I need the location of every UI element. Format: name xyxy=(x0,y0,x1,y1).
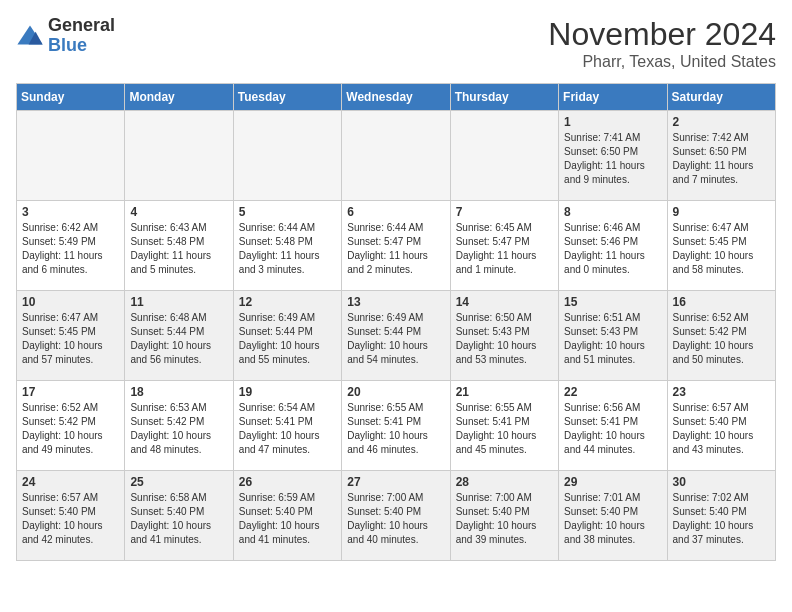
day-info: Sunrise: 7:42 AMSunset: 6:50 PMDaylight:… xyxy=(673,131,770,187)
calendar-cell: 14Sunrise: 6:50 AMSunset: 5:43 PMDayligh… xyxy=(450,291,558,381)
day-number: 2 xyxy=(673,115,770,129)
calendar-cell: 22Sunrise: 6:56 AMSunset: 5:41 PMDayligh… xyxy=(559,381,667,471)
calendar-cell: 9Sunrise: 6:47 AMSunset: 5:45 PMDaylight… xyxy=(667,201,775,291)
calendar-week-row: 17Sunrise: 6:52 AMSunset: 5:42 PMDayligh… xyxy=(17,381,776,471)
day-number: 16 xyxy=(673,295,770,309)
calendar-cell xyxy=(17,111,125,201)
day-number: 4 xyxy=(130,205,227,219)
day-info: Sunrise: 6:48 AMSunset: 5:44 PMDaylight:… xyxy=(130,311,227,367)
day-number: 23 xyxy=(673,385,770,399)
day-number: 10 xyxy=(22,295,119,309)
day-number: 5 xyxy=(239,205,336,219)
day-info: Sunrise: 6:43 AMSunset: 5:48 PMDaylight:… xyxy=(130,221,227,277)
day-number: 24 xyxy=(22,475,119,489)
day-info: Sunrise: 6:44 AMSunset: 5:48 PMDaylight:… xyxy=(239,221,336,277)
day-number: 13 xyxy=(347,295,444,309)
calendar-cell: 11Sunrise: 6:48 AMSunset: 5:44 PMDayligh… xyxy=(125,291,233,381)
calendar-cell: 29Sunrise: 7:01 AMSunset: 5:40 PMDayligh… xyxy=(559,471,667,561)
day-info: Sunrise: 6:49 AMSunset: 5:44 PMDaylight:… xyxy=(239,311,336,367)
calendar-week-row: 24Sunrise: 6:57 AMSunset: 5:40 PMDayligh… xyxy=(17,471,776,561)
calendar-cell: 6Sunrise: 6:44 AMSunset: 5:47 PMDaylight… xyxy=(342,201,450,291)
logo-general: General xyxy=(48,15,115,35)
day-number: 12 xyxy=(239,295,336,309)
day-number: 28 xyxy=(456,475,553,489)
day-info: Sunrise: 7:00 AMSunset: 5:40 PMDaylight:… xyxy=(347,491,444,547)
calendar-header-saturday: Saturday xyxy=(667,84,775,111)
calendar-header-monday: Monday xyxy=(125,84,233,111)
calendar-week-row: 10Sunrise: 6:47 AMSunset: 5:45 PMDayligh… xyxy=(17,291,776,381)
day-info: Sunrise: 6:46 AMSunset: 5:46 PMDaylight:… xyxy=(564,221,661,277)
day-number: 26 xyxy=(239,475,336,489)
calendar-header-sunday: Sunday xyxy=(17,84,125,111)
calendar-cell xyxy=(342,111,450,201)
day-info: Sunrise: 6:54 AMSunset: 5:41 PMDaylight:… xyxy=(239,401,336,457)
calendar-week-row: 3Sunrise: 6:42 AMSunset: 5:49 PMDaylight… xyxy=(17,201,776,291)
day-info: Sunrise: 6:45 AMSunset: 5:47 PMDaylight:… xyxy=(456,221,553,277)
day-number: 22 xyxy=(564,385,661,399)
day-info: Sunrise: 6:52 AMSunset: 5:42 PMDaylight:… xyxy=(673,311,770,367)
calendar-cell xyxy=(233,111,341,201)
calendar-table: SundayMondayTuesdayWednesdayThursdayFrid… xyxy=(16,83,776,561)
calendar-header-row: SundayMondayTuesdayWednesdayThursdayFrid… xyxy=(17,84,776,111)
calendar-cell: 18Sunrise: 6:53 AMSunset: 5:42 PMDayligh… xyxy=(125,381,233,471)
day-number: 8 xyxy=(564,205,661,219)
day-number: 1 xyxy=(564,115,661,129)
calendar-cell: 27Sunrise: 7:00 AMSunset: 5:40 PMDayligh… xyxy=(342,471,450,561)
calendar-cell: 25Sunrise: 6:58 AMSunset: 5:40 PMDayligh… xyxy=(125,471,233,561)
day-info: Sunrise: 7:41 AMSunset: 6:50 PMDaylight:… xyxy=(564,131,661,187)
day-number: 18 xyxy=(130,385,227,399)
day-number: 11 xyxy=(130,295,227,309)
title-area: November 2024 Pharr, Texas, United State… xyxy=(548,16,776,71)
day-number: 17 xyxy=(22,385,119,399)
calendar-cell xyxy=(125,111,233,201)
day-info: Sunrise: 6:57 AMSunset: 5:40 PMDaylight:… xyxy=(22,491,119,547)
day-number: 29 xyxy=(564,475,661,489)
logo-text: General Blue xyxy=(48,16,115,56)
calendar-cell: 13Sunrise: 6:49 AMSunset: 5:44 PMDayligh… xyxy=(342,291,450,381)
day-info: Sunrise: 6:56 AMSunset: 5:41 PMDaylight:… xyxy=(564,401,661,457)
calendar-cell: 28Sunrise: 7:00 AMSunset: 5:40 PMDayligh… xyxy=(450,471,558,561)
calendar-cell: 3Sunrise: 6:42 AMSunset: 5:49 PMDaylight… xyxy=(17,201,125,291)
day-info: Sunrise: 6:55 AMSunset: 5:41 PMDaylight:… xyxy=(347,401,444,457)
header: General Blue November 2024 Pharr, Texas,… xyxy=(16,16,776,71)
logo-blue: Blue xyxy=(48,35,87,55)
calendar-cell: 24Sunrise: 6:57 AMSunset: 5:40 PMDayligh… xyxy=(17,471,125,561)
day-info: Sunrise: 6:53 AMSunset: 5:42 PMDaylight:… xyxy=(130,401,227,457)
calendar-cell: 26Sunrise: 6:59 AMSunset: 5:40 PMDayligh… xyxy=(233,471,341,561)
calendar-cell: 8Sunrise: 6:46 AMSunset: 5:46 PMDaylight… xyxy=(559,201,667,291)
day-number: 25 xyxy=(130,475,227,489)
day-number: 30 xyxy=(673,475,770,489)
calendar-header-tuesday: Tuesday xyxy=(233,84,341,111)
day-info: Sunrise: 6:50 AMSunset: 5:43 PMDaylight:… xyxy=(456,311,553,367)
calendar-cell: 5Sunrise: 6:44 AMSunset: 5:48 PMDaylight… xyxy=(233,201,341,291)
day-number: 3 xyxy=(22,205,119,219)
day-number: 21 xyxy=(456,385,553,399)
day-number: 20 xyxy=(347,385,444,399)
day-info: Sunrise: 6:52 AMSunset: 5:42 PMDaylight:… xyxy=(22,401,119,457)
day-info: Sunrise: 6:55 AMSunset: 5:41 PMDaylight:… xyxy=(456,401,553,457)
calendar-week-row: 1Sunrise: 7:41 AMSunset: 6:50 PMDaylight… xyxy=(17,111,776,201)
calendar-cell: 15Sunrise: 6:51 AMSunset: 5:43 PMDayligh… xyxy=(559,291,667,381)
calendar-cell: 1Sunrise: 7:41 AMSunset: 6:50 PMDaylight… xyxy=(559,111,667,201)
day-info: Sunrise: 7:00 AMSunset: 5:40 PMDaylight:… xyxy=(456,491,553,547)
day-number: 6 xyxy=(347,205,444,219)
calendar-cell: 2Sunrise: 7:42 AMSunset: 6:50 PMDaylight… xyxy=(667,111,775,201)
day-info: Sunrise: 6:44 AMSunset: 5:47 PMDaylight:… xyxy=(347,221,444,277)
day-number: 14 xyxy=(456,295,553,309)
calendar-cell: 21Sunrise: 6:55 AMSunset: 5:41 PMDayligh… xyxy=(450,381,558,471)
calendar-cell: 23Sunrise: 6:57 AMSunset: 5:40 PMDayligh… xyxy=(667,381,775,471)
day-number: 27 xyxy=(347,475,444,489)
calendar-header-wednesday: Wednesday xyxy=(342,84,450,111)
day-info: Sunrise: 7:02 AMSunset: 5:40 PMDaylight:… xyxy=(673,491,770,547)
calendar-cell: 7Sunrise: 6:45 AMSunset: 5:47 PMDaylight… xyxy=(450,201,558,291)
logo: General Blue xyxy=(16,16,115,56)
calendar-header-friday: Friday xyxy=(559,84,667,111)
calendar-cell: 10Sunrise: 6:47 AMSunset: 5:45 PMDayligh… xyxy=(17,291,125,381)
day-info: Sunrise: 7:01 AMSunset: 5:40 PMDaylight:… xyxy=(564,491,661,547)
day-info: Sunrise: 6:49 AMSunset: 5:44 PMDaylight:… xyxy=(347,311,444,367)
calendar-cell: 16Sunrise: 6:52 AMSunset: 5:42 PMDayligh… xyxy=(667,291,775,381)
calendar-cell: 20Sunrise: 6:55 AMSunset: 5:41 PMDayligh… xyxy=(342,381,450,471)
day-info: Sunrise: 6:58 AMSunset: 5:40 PMDaylight:… xyxy=(130,491,227,547)
calendar-cell: 17Sunrise: 6:52 AMSunset: 5:42 PMDayligh… xyxy=(17,381,125,471)
calendar-header-thursday: Thursday xyxy=(450,84,558,111)
